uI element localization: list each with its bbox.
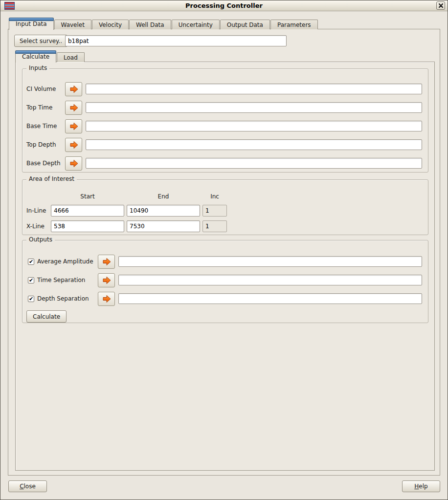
- tab-input-data[interactable]: Input Data: [9, 18, 54, 30]
- tab-label: Wavelet: [61, 22, 85, 28]
- top-depth-select-button[interactable]: [65, 138, 82, 152]
- base-depth-select-button[interactable]: [65, 156, 82, 171]
- area-of-interest-group: Area of Interest Start End Inc In-Line X…: [22, 179, 428, 235]
- tab-wavelet[interactable]: Wavelet: [54, 20, 91, 29]
- average-amplitude-label: Average Amplitude: [37, 258, 98, 265]
- app-icon: [4, 2, 15, 10]
- input-row-top-depth: Top Depth: [26, 137, 422, 152]
- right-arrow-icon: [102, 276, 112, 284]
- help-label-rest: elp: [419, 483, 427, 490]
- time-separation-select-button[interactable]: [98, 273, 115, 287]
- area-of-interest-title: Area of Interest: [26, 175, 77, 182]
- inputs-group-title: Inputs: [26, 65, 49, 71]
- right-arrow-icon: [69, 122, 79, 130]
- ci-volume-label: CI Volume: [26, 86, 65, 92]
- top-depth-label: Top Depth: [26, 141, 65, 148]
- depth-separation-select-button[interactable]: [98, 292, 115, 306]
- check-icon: ✔: [29, 296, 33, 302]
- area-of-interest-grid: Start End Inc In-Line X-Line: [26, 192, 428, 232]
- inc-column-header: Inc: [202, 192, 227, 201]
- base-time-label: Base Time: [26, 123, 65, 130]
- top-time-select-button[interactable]: [65, 101, 82, 115]
- base-time-field[interactable]: [86, 121, 422, 131]
- tab-load[interactable]: Load: [57, 52, 85, 62]
- tab-output-data[interactable]: Output Data: [220, 20, 270, 29]
- start-column-header: Start: [51, 192, 124, 201]
- inputs-group: Inputs CI Volume Top Time Base Time: [22, 68, 428, 173]
- tab-label: Uncertainty: [179, 22, 213, 28]
- in-line-start-field[interactable]: [51, 205, 124, 217]
- time-separation-checkbox[interactable]: ✔: [28, 277, 34, 283]
- close-button[interactable]: Close: [8, 480, 47, 492]
- tab-label: Input Data: [16, 21, 47, 27]
- tab-label: Parameters: [277, 22, 311, 28]
- calculate-page: Inputs CI Volume Top Time Base Time: [15, 62, 435, 471]
- window-close-button[interactable]: [436, 1, 445, 10]
- top-time-field[interactable]: [86, 102, 422, 113]
- x-line-inc-field: [202, 220, 227, 232]
- right-arrow-icon: [69, 85, 79, 93]
- right-arrow-icon: [69, 104, 79, 112]
- close-icon: [439, 3, 443, 8]
- input-row-ci-volume: CI Volume: [26, 82, 422, 96]
- window-title: Processing Controller: [0, 2, 448, 9]
- check-icon: ✔: [29, 278, 33, 283]
- help-mnemonic: H: [414, 483, 419, 490]
- output-row-depth-separation: ✔ Depth Separation: [28, 291, 422, 306]
- ci-volume-field[interactable]: [86, 84, 422, 94]
- tab-parameters[interactable]: Parameters: [270, 20, 318, 29]
- average-amplitude-field[interactable]: [118, 256, 422, 267]
- top-depth-field[interactable]: [86, 139, 422, 150]
- base-time-select-button[interactable]: [65, 119, 82, 133]
- right-arrow-icon: [102, 295, 112, 303]
- check-icon: ✔: [29, 259, 33, 264]
- output-row-time-separation: ✔ Time Separation: [28, 273, 422, 287]
- average-amplitude-select-button[interactable]: [98, 255, 115, 269]
- tab-label: Velocity: [99, 22, 122, 28]
- x-line-start-field[interactable]: [51, 220, 124, 232]
- depth-separation-field[interactable]: [118, 293, 422, 304]
- average-amplitude-checkbox[interactable]: ✔: [28, 259, 34, 265]
- right-arrow-icon: [102, 258, 112, 266]
- tab-label: Load: [64, 54, 78, 61]
- ci-volume-select-button[interactable]: [65, 82, 82, 96]
- main-tab-bar: Input Data Wavelet Velocity Well Data Un…: [9, 18, 318, 29]
- calculate-button[interactable]: Calculate: [26, 310, 67, 323]
- end-column-header: End: [127, 192, 200, 201]
- in-line-end-field[interactable]: [127, 205, 200, 217]
- time-separation-label: Time Separation: [37, 277, 98, 283]
- input-row-top-time: Top Time: [26, 100, 422, 115]
- help-button[interactable]: Help: [402, 480, 440, 492]
- base-depth-label: Base Depth: [26, 160, 65, 167]
- in-line-label: In-Line: [26, 207, 48, 214]
- x-line-label: X-Line: [26, 223, 48, 230]
- tab-uncertainty[interactable]: Uncertainty: [172, 20, 220, 29]
- tab-label: Well Data: [136, 22, 164, 28]
- outputs-group-title: Outputs: [26, 236, 55, 243]
- titlebar: Processing Controller: [0, 0, 448, 11]
- depth-separation-label: Depth Separation: [37, 295, 98, 302]
- select-survey-button[interactable]: Select survey..: [14, 35, 67, 47]
- output-row-average-amplitude: ✔ Average Amplitude: [28, 254, 422, 269]
- input-row-base-time: Base Time: [26, 119, 422, 133]
- base-depth-field[interactable]: [86, 158, 422, 169]
- right-arrow-icon: [69, 141, 79, 149]
- tab-label: Calculate: [22, 53, 49, 60]
- tab-calculate[interactable]: Calculate: [15, 50, 56, 63]
- input-row-base-depth: Base Depth: [26, 156, 422, 171]
- survey-name-field[interactable]: [65, 35, 287, 46]
- tab-label: Output Data: [227, 22, 263, 28]
- top-time-label: Top Time: [26, 104, 65, 111]
- depth-separation-checkbox[interactable]: ✔: [28, 296, 34, 302]
- x-line-end-field[interactable]: [127, 220, 200, 232]
- processing-controller-window: Processing Controller Input Data Wavelet…: [0, 0, 448, 500]
- right-arrow-icon: [69, 159, 79, 168]
- tab-well-data[interactable]: Well Data: [129, 20, 171, 29]
- close-label-rest: lose: [24, 483, 36, 490]
- in-line-inc-field: [202, 205, 227, 217]
- sub-tab-bar: Calculate Load: [15, 50, 85, 62]
- tab-velocity[interactable]: Velocity: [92, 20, 129, 29]
- outputs-group: Outputs ✔ Average Amplitude ✔ Time Separ…: [22, 240, 428, 323]
- time-separation-field[interactable]: [118, 275, 422, 285]
- close-mnemonic: C: [20, 483, 23, 490]
